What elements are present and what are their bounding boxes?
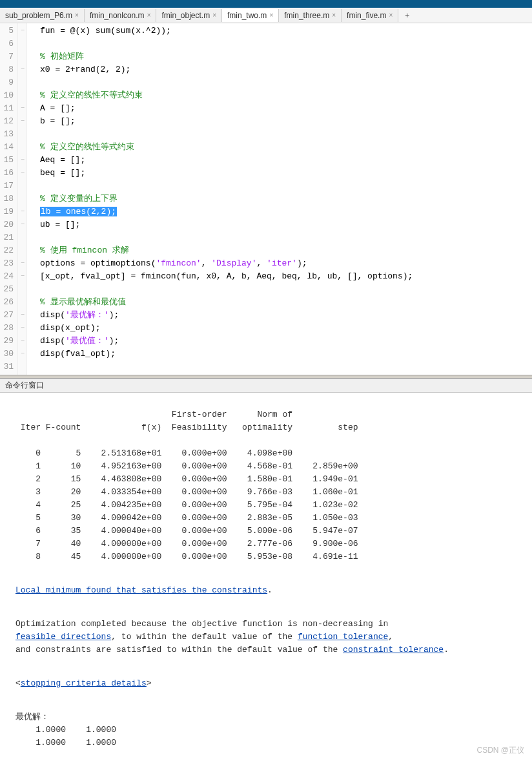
close-icon[interactable]: × bbox=[75, 12, 79, 19]
code-area[interactable]: fun = @(x) sum(sum(x.^2));% 初始矩阵x0 = 2+r… bbox=[27, 23, 532, 375]
close-icon[interactable]: × bbox=[389, 12, 393, 19]
tab-sub-problem[interactable]: sub_problem_P6.m× bbox=[0, 9, 85, 22]
close-icon[interactable]: × bbox=[269, 12, 273, 19]
feasible-link[interactable]: feasible directions bbox=[15, 632, 111, 642]
tab-label: fmin_nonlcon.m bbox=[90, 11, 145, 20]
iter-rows: 0 5 2.513168e+01 0.000e+00 4.098e+00 1 1… bbox=[15, 447, 519, 563]
tab-fmin-object[interactable]: fmin_object.m× bbox=[156, 9, 222, 22]
out-label-sol: 最优解： bbox=[15, 712, 49, 722]
tab-label: fmin_three.m bbox=[284, 11, 329, 20]
constraint-tol-link[interactable]: constraint tolerance bbox=[343, 645, 444, 655]
close-icon[interactable]: × bbox=[212, 12, 216, 19]
tab-fmin-five[interactable]: fmin_five.m× bbox=[342, 9, 398, 22]
func-tol-link[interactable]: function tolerance bbox=[298, 632, 388, 642]
watermark: CSDN @正仪 bbox=[476, 745, 524, 756]
tab-fmin-three[interactable]: fmin_three.m× bbox=[279, 9, 342, 22]
code-editor[interactable]: 5678910111213141516171819202122232425262… bbox=[0, 23, 532, 375]
tab-label: fmin_five.m bbox=[347, 11, 386, 20]
close-icon[interactable]: × bbox=[147, 12, 151, 19]
tab-label: fmin_object.m bbox=[161, 11, 210, 20]
console-header: 命令行窗口 bbox=[0, 379, 532, 393]
tab-label: fmin_two.m bbox=[227, 11, 267, 20]
tab-fmin-two[interactable]: fmin_two.m× bbox=[222, 9, 279, 22]
titlebar bbox=[0, 0, 532, 8]
local-min-link[interactable]: Local minimum found that satisfies the c… bbox=[15, 585, 267, 595]
tab-fmin-nonlcon[interactable]: fmin_nonlcon.m× bbox=[85, 9, 157, 22]
iter-header: First-order Norm of Iter F-count f(x) Fe… bbox=[15, 408, 519, 434]
close-icon[interactable]: × bbox=[332, 12, 336, 19]
add-tab-button[interactable]: + bbox=[398, 9, 416, 22]
console-output[interactable]: First-order Norm of Iter F-count f(x) Fe… bbox=[0, 393, 532, 765]
line-gutter: 5678910111213141516171819202122232425262… bbox=[0, 23, 18, 375]
fold-gutter[interactable]: −−−−−−−−−−−−−− bbox=[18, 23, 27, 375]
tab-bar: sub_problem_P6.m× fmin_nonlcon.m× fmin_o… bbox=[0, 8, 532, 23]
tab-label: sub_problem_P6.m bbox=[5, 11, 72, 20]
stopping-link[interactable]: stopping criteria details bbox=[21, 678, 147, 688]
